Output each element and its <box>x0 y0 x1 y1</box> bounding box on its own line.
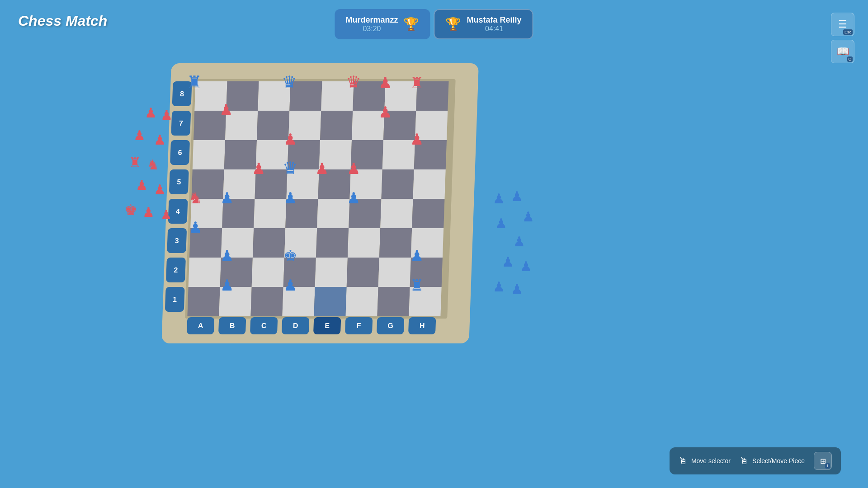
player2-time: 04:41 <box>485 25 503 33</box>
player2-trophy-icon: 🏆 <box>445 17 461 32</box>
svg-text:♜: ♜ <box>410 74 424 91</box>
player1-info: Murdermanzz 03:20 <box>345 15 398 33</box>
svg-text:♟: ♟ <box>160 208 172 222</box>
book-icon: 📖 <box>837 46 849 57</box>
svg-text:7: 7 <box>179 119 184 127</box>
bottom-controls: 🖱 Move selector 🖱 Select/Move Piece ⊞ 1 <box>670 447 841 474</box>
svg-rect-46 <box>316 228 349 258</box>
select-move-label: Select/Move Piece <box>752 457 805 465</box>
svg-text:♛: ♛ <box>346 73 361 92</box>
svg-rect-47 <box>348 228 380 258</box>
svg-rect-40 <box>380 199 413 228</box>
svg-text:E: E <box>325 322 330 329</box>
svg-text:♟: ♟ <box>347 189 360 206</box>
book-button[interactable]: 📖 C <box>831 40 854 63</box>
svg-text:♟: ♟ <box>283 131 297 148</box>
svg-rect-63 <box>345 287 378 316</box>
svg-text:♟: ♟ <box>511 282 523 296</box>
key1-hint: 1 <box>825 463 830 469</box>
svg-text:B: B <box>230 322 235 329</box>
game-title: Chess Match <box>18 13 107 29</box>
svg-rect-36 <box>254 199 286 228</box>
svg-text:♟: ♟ <box>220 277 234 294</box>
svg-text:♟: ♟ <box>522 209 534 224</box>
player1-time: 03:20 <box>363 25 381 33</box>
svg-text:♟: ♟ <box>252 160 265 177</box>
svg-text:♛: ♛ <box>283 159 298 178</box>
svg-text:♟: ♟ <box>133 128 146 143</box>
svg-text:♟: ♟ <box>160 108 173 122</box>
svg-rect-56 <box>378 258 411 287</box>
svg-rect-33 <box>413 169 445 199</box>
svg-rect-32 <box>381 169 414 199</box>
move-selector-hint: 🖱 Move selector <box>679 456 731 466</box>
esc-key-hint: Esc <box>843 29 853 35</box>
svg-text:6: 6 <box>178 149 182 156</box>
svg-rect-41 <box>412 199 444 228</box>
menu-button[interactable]: ☰ Esc <box>831 13 854 36</box>
move-selector-label: Move selector <box>691 457 731 465</box>
player2-name: Mustafa Reilly <box>467 15 521 25</box>
svg-text:♟: ♟ <box>502 254 514 269</box>
svg-text:H: H <box>420 322 425 329</box>
svg-text:♟: ♟ <box>154 132 166 147</box>
svg-text:♜: ♜ <box>129 155 141 170</box>
svg-text:♟: ♟ <box>315 160 329 177</box>
player1-trophy-icon: 🏆 <box>403 17 419 32</box>
svg-rect-14 <box>320 111 353 140</box>
svg-text:♟: ♟ <box>495 216 507 231</box>
player-panels: Murdermanzz 03:20 🏆 🏆 Mustafa Reilly 04:… <box>335 9 533 39</box>
svg-rect-38 <box>317 199 349 228</box>
svg-text:♞: ♞ <box>147 157 159 172</box>
svg-text:♟: ♟ <box>520 259 532 274</box>
svg-text:♟: ♟ <box>410 131 424 148</box>
menu-icon: ☰ <box>838 19 847 30</box>
action-button[interactable]: ⊞ 1 <box>814 452 832 470</box>
player1-name: Murdermanzz <box>345 15 398 25</box>
svg-text:♟: ♟ <box>154 182 166 197</box>
svg-text:♟: ♟ <box>511 189 523 204</box>
svg-rect-52 <box>252 258 284 287</box>
svg-text:♟: ♟ <box>493 279 505 294</box>
svg-text:♜: ♜ <box>187 73 202 92</box>
svg-text:♟: ♟ <box>283 189 297 206</box>
svg-text:F: F <box>356 322 361 329</box>
svg-text:♜: ♜ <box>410 277 424 294</box>
svg-rect-55 <box>347 258 379 287</box>
svg-text:♛: ♛ <box>282 73 297 92</box>
svg-text:♟: ♟ <box>136 178 148 192</box>
svg-text:3: 3 <box>175 237 179 244</box>
svg-text:♟: ♟ <box>220 189 234 206</box>
svg-text:D: D <box>293 322 298 329</box>
svg-text:C: C <box>261 322 267 329</box>
player2-info: Mustafa Reilly 04:41 <box>467 15 521 33</box>
svg-text:♟: ♟ <box>378 74 392 91</box>
svg-text:♟: ♟ <box>142 205 155 220</box>
svg-rect-44 <box>253 228 285 258</box>
svg-text:2: 2 <box>174 266 178 274</box>
c-key-hint: C <box>847 56 853 62</box>
svg-rect-58 <box>187 287 220 316</box>
svg-text:8: 8 <box>180 90 184 98</box>
svg-text:4: 4 <box>176 207 180 215</box>
right-buttons: ☰ Esc 📖 C <box>831 13 854 63</box>
svg-text:1: 1 <box>173 296 177 303</box>
svg-text:♞: ♞ <box>189 189 202 206</box>
chess-scene: 8 7 6 5 4 3 2 1 A B C D <box>0 0 868 488</box>
svg-text:G: G <box>387 322 393 329</box>
svg-text:♚: ♚ <box>283 247 297 264</box>
mouse-left-icon: 🖱 <box>679 456 688 466</box>
player1-panel: Murdermanzz 03:20 🏆 <box>335 9 430 39</box>
svg-text:♟: ♟ <box>513 234 525 249</box>
svg-rect-60 <box>250 287 283 316</box>
svg-rect-18 <box>193 140 225 169</box>
svg-text:♟: ♟ <box>145 105 157 120</box>
svg-text:♟: ♟ <box>219 101 233 118</box>
svg-text:♟: ♟ <box>347 160 360 177</box>
svg-rect-54 <box>315 258 348 287</box>
svg-rect-48 <box>379 228 412 258</box>
mouse-right-icon: 🖱 <box>740 456 749 466</box>
svg-text:♟: ♟ <box>493 191 505 206</box>
svg-text:♟: ♟ <box>189 219 202 236</box>
svg-text:♟: ♟ <box>220 247 234 264</box>
